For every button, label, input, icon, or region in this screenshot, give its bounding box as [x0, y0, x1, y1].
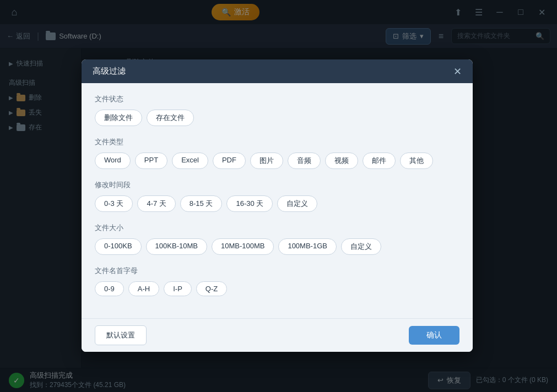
- tag-q-z[interactable]: Q-Z: [196, 281, 227, 296]
- dialog-title: 高级过滤: [93, 66, 126, 77]
- tag-100kb-10mb[interactable]: 100KB-10MB: [146, 238, 207, 255]
- modify-time-label: 修改时间段: [95, 180, 459, 190]
- tag-deleted-file[interactable]: 删除文件: [95, 110, 142, 126]
- tag-0-9[interactable]: 0-9: [95, 281, 124, 296]
- tag-0-100kb[interactable]: 0-100KB: [95, 238, 142, 255]
- tag-8-15days[interactable]: 8-15 天: [180, 195, 223, 212]
- tag-existing-file[interactable]: 存在文件: [147, 110, 194, 126]
- confirm-button[interactable]: 确认: [409, 326, 459, 345]
- tag-10mb-100mb[interactable]: 10MB-100MB: [212, 238, 274, 255]
- tag-ppt[interactable]: PPT: [135, 153, 167, 169]
- tag-16-30days[interactable]: 16-30 天: [226, 195, 273, 212]
- file-status-label: 文件状态: [95, 94, 459, 104]
- tag-custom-size[interactable]: 自定义: [341, 238, 381, 255]
- dialog-body: 文件状态 删除文件 存在文件 文件类型 Word PPT Excel PDF 图…: [82, 83, 473, 318]
- tag-excel[interactable]: Excel: [172, 153, 208, 169]
- filename-letter-tags: 0-9 A-H I-P Q-Z: [95, 281, 459, 296]
- tag-4-7days[interactable]: 4-7 天: [137, 195, 175, 212]
- default-settings-button[interactable]: 默认设置: [95, 325, 147, 345]
- tag-100mb-1gb[interactable]: 100MB-1GB: [278, 238, 337, 255]
- file-size-section: 文件大小 0-100KB 100KB-10MB 10MB-100MB 100MB…: [95, 223, 459, 255]
- dialog-footer: 默认设置 确认: [82, 318, 473, 352]
- file-type-label: 文件类型: [95, 137, 459, 147]
- tag-i-p[interactable]: I-P: [164, 281, 192, 296]
- filename-letter-label: 文件名首字母: [95, 266, 459, 276]
- filename-letter-section: 文件名首字母 0-9 A-H I-P Q-Z: [95, 266, 459, 296]
- file-size-tags: 0-100KB 100KB-10MB 10MB-100MB 100MB-1GB …: [95, 238, 459, 255]
- dialog-header: 高级过滤 ✕: [82, 59, 473, 83]
- advanced-filter-dialog: 高级过滤 ✕ 文件状态 删除文件 存在文件 文件类型 Word PPT Exce…: [82, 59, 473, 352]
- tag-video[interactable]: 视频: [325, 153, 358, 169]
- tag-image[interactable]: 图片: [250, 153, 283, 169]
- modify-time-section: 修改时间段 0-3 天 4-7 天 8-15 天 16-30 天 自定义: [95, 180, 459, 212]
- tag-custom-time[interactable]: 自定义: [277, 195, 317, 212]
- file-size-label: 文件大小: [95, 223, 459, 233]
- tag-email[interactable]: 邮件: [363, 153, 396, 169]
- tag-pdf[interactable]: PDF: [213, 153, 246, 169]
- tag-a-h[interactable]: A-H: [128, 281, 159, 296]
- modify-time-tags: 0-3 天 4-7 天 8-15 天 16-30 天 自定义: [95, 195, 459, 212]
- file-type-tags: Word PPT Excel PDF 图片 音频 视频 邮件 其他: [95, 153, 459, 169]
- file-type-section: 文件类型 Word PPT Excel PDF 图片 音频 视频 邮件 其他: [95, 137, 459, 169]
- tag-word[interactable]: Word: [95, 153, 131, 169]
- file-status-section: 文件状态 删除文件 存在文件: [95, 94, 459, 126]
- file-status-tags: 删除文件 存在文件: [95, 110, 459, 126]
- tag-0-3days[interactable]: 0-3 天: [95, 195, 133, 212]
- tag-audio[interactable]: 音频: [288, 153, 321, 169]
- tag-other[interactable]: 其他: [400, 153, 433, 169]
- dialog-close-button[interactable]: ✕: [453, 67, 462, 77]
